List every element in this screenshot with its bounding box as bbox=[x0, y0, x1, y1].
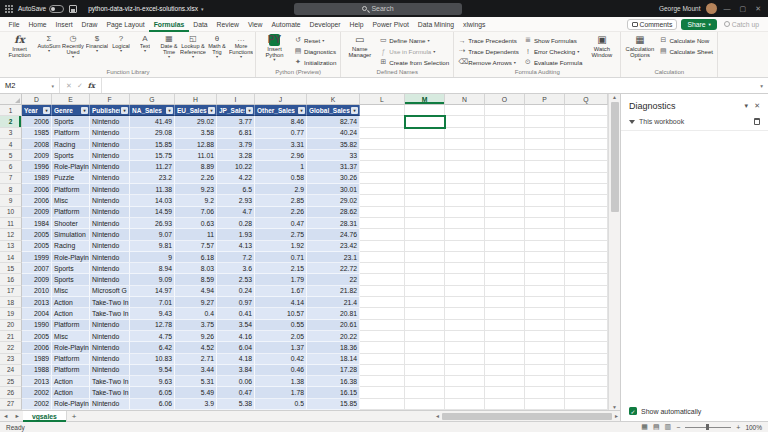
cell-K17[interactable]: 21.82 bbox=[307, 286, 360, 297]
cell-E19[interactable]: Action bbox=[52, 308, 90, 319]
cell-D2[interactable]: 2006 bbox=[22, 116, 52, 127]
cell-F6[interactable]: Nintendo bbox=[90, 161, 130, 172]
cell-K1[interactable]: Global_Sales▾ bbox=[307, 105, 360, 116]
cell-E12[interactable]: Simulation bbox=[52, 229, 90, 240]
cell-N14[interactable] bbox=[445, 252, 485, 263]
cell-M3[interactable] bbox=[405, 128, 445, 139]
cell-N9[interactable] bbox=[445, 195, 485, 206]
cell-G11[interactable]: 26.93 bbox=[130, 218, 175, 229]
pane-close-icon[interactable]: ✕ bbox=[754, 102, 760, 110]
row-header-19[interactable]: 19 bbox=[0, 308, 22, 319]
ribbon-button[interactable]: A Text ▾ bbox=[133, 33, 157, 59]
cell-P20[interactable] bbox=[525, 320, 565, 331]
cell-I9[interactable]: 2.93 bbox=[217, 195, 255, 206]
cell-K27[interactable]: 15.85 bbox=[307, 399, 360, 410]
cell-F8[interactable]: Nintendo bbox=[90, 184, 130, 195]
cell-L10[interactable] bbox=[360, 207, 405, 218]
cell-N18[interactable] bbox=[445, 297, 485, 308]
cell-O14[interactable] bbox=[485, 252, 525, 263]
cell-M22[interactable] bbox=[405, 342, 445, 353]
cell-P7[interactable] bbox=[525, 173, 565, 184]
cell-E25[interactable]: Action bbox=[52, 376, 90, 387]
cell-L9[interactable] bbox=[360, 195, 405, 206]
cell-D20[interactable]: 1990 bbox=[22, 320, 52, 331]
cell-O2[interactable] bbox=[485, 116, 525, 127]
cell-I11[interactable]: 0.28 bbox=[217, 218, 255, 229]
cell-E26[interactable]: Action bbox=[52, 387, 90, 398]
cell-H9[interactable]: 9.2 bbox=[175, 195, 217, 206]
cell-G16[interactable]: 9.09 bbox=[130, 274, 175, 285]
formula-input[interactable] bbox=[102, 78, 755, 93]
ribbon-button[interactable]: Σ AutoSum ▾ bbox=[37, 33, 61, 59]
cell-P6[interactable] bbox=[525, 161, 565, 172]
row-header-20[interactable]: 20 bbox=[0, 320, 22, 331]
cell-F5[interactable]: Nintendo bbox=[90, 150, 130, 161]
cell-N21[interactable] bbox=[445, 331, 485, 342]
cell-Q7[interactable] bbox=[565, 173, 608, 184]
cell-H13[interactable]: 7.57 bbox=[175, 241, 217, 252]
cell-O9[interactable] bbox=[485, 195, 525, 206]
cell-E2[interactable]: Sports bbox=[52, 116, 90, 127]
cell-G10[interactable]: 14.59 bbox=[130, 207, 175, 218]
zoom-out-icon[interactable]: − bbox=[676, 424, 680, 431]
cell-Q4[interactable] bbox=[565, 139, 608, 150]
cell-J24[interactable]: 0.46 bbox=[255, 365, 307, 376]
row-header-5[interactable]: 5 bbox=[0, 150, 22, 161]
column-header-N[interactable]: N bbox=[445, 94, 485, 105]
ribbon-button[interactable]: ▤ Calculate Sheet bbox=[657, 46, 715, 56]
cell-M21[interactable] bbox=[405, 331, 445, 342]
row-header-27[interactable]: 27 bbox=[0, 399, 22, 410]
cell-I15[interactable]: 3.6 bbox=[217, 263, 255, 274]
cell-P26[interactable] bbox=[525, 387, 565, 398]
column-header-F[interactable]: F bbox=[90, 94, 130, 105]
cell-L17[interactable] bbox=[360, 286, 405, 297]
cell-D26[interactable]: 2002 bbox=[22, 387, 52, 398]
cell-F21[interactable]: Nintendo bbox=[90, 331, 130, 342]
cell-K3[interactable]: 40.24 bbox=[307, 128, 360, 139]
cell-L14[interactable] bbox=[360, 252, 405, 263]
cell-I5[interactable]: 3.28 bbox=[217, 150, 255, 161]
cell-J19[interactable]: 10.57 bbox=[255, 308, 307, 319]
cell-M26[interactable] bbox=[405, 387, 445, 398]
cell-G3[interactable]: 29.08 bbox=[130, 128, 175, 139]
row-header-6[interactable]: 6 bbox=[0, 161, 22, 172]
ribbon-button[interactable]: ▭ Define Name ▾ bbox=[377, 35, 451, 45]
cell-E7[interactable]: Puzzle bbox=[52, 173, 90, 184]
cell-P2[interactable] bbox=[525, 116, 565, 127]
cell-D3[interactable]: 1985 bbox=[22, 128, 52, 139]
cell-H23[interactable]: 2.71 bbox=[175, 354, 217, 365]
cell-L6[interactable] bbox=[360, 161, 405, 172]
cell-P15[interactable] bbox=[525, 263, 565, 274]
sheet-nav-right-icon[interactable]: ► bbox=[11, 413, 22, 419]
sheet-tab-vgsales[interactable]: vgsales bbox=[23, 411, 67, 422]
cell-L22[interactable] bbox=[360, 342, 405, 353]
column-header-L[interactable]: L bbox=[360, 94, 405, 105]
cell-N19[interactable] bbox=[445, 308, 485, 319]
catch-up-button[interactable]: Catch up bbox=[721, 19, 762, 30]
cell-Q2[interactable] bbox=[565, 116, 608, 127]
cell-G15[interactable]: 8.94 bbox=[130, 263, 175, 274]
cell-O21[interactable] bbox=[485, 331, 525, 342]
cell-I27[interactable]: 5.38 bbox=[217, 399, 255, 410]
row-header-16[interactable]: 16 bbox=[0, 274, 22, 285]
sheet-nav-left-icon[interactable]: ◄ bbox=[0, 413, 11, 419]
name-box[interactable]: M2 ▾ bbox=[0, 78, 60, 93]
cell-F14[interactable]: Nintendo bbox=[90, 252, 130, 263]
row-header-23[interactable]: 23 bbox=[0, 354, 22, 365]
cell-E5[interactable]: Sports bbox=[52, 150, 90, 161]
cell-N4[interactable] bbox=[445, 139, 485, 150]
ribbon-button[interactable]: … More Functions ▾ bbox=[229, 33, 253, 59]
ribbon-button[interactable]: ? Logical ▾ bbox=[109, 33, 133, 59]
cell-M16[interactable] bbox=[405, 274, 445, 285]
cell-H27[interactable]: 3.9 bbox=[175, 399, 217, 410]
cell-E1[interactable]: Genre▾ bbox=[52, 105, 90, 116]
cell-M23[interactable] bbox=[405, 354, 445, 365]
cell-P16[interactable] bbox=[525, 274, 565, 285]
cell-G14[interactable]: 9 bbox=[130, 252, 175, 263]
ribbon-tab[interactable]: Home bbox=[24, 17, 51, 32]
cell-E22[interactable]: Role-Playin bbox=[52, 342, 90, 353]
cell-G9[interactable]: 14.03 bbox=[130, 195, 175, 206]
cell-D23[interactable]: 1989 bbox=[22, 354, 52, 365]
cell-E23[interactable]: Platform bbox=[52, 354, 90, 365]
row-header-21[interactable]: 21 bbox=[0, 331, 22, 342]
